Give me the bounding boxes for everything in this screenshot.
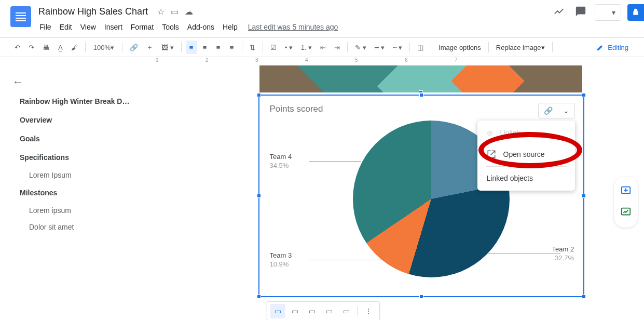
redo-button[interactable]: ↷ xyxy=(25,41,37,54)
chart-options-chevron-icon[interactable]: ⌄ xyxy=(558,103,574,118)
menu-help[interactable]: Help xyxy=(218,21,242,33)
behind-text-button[interactable]: ▭ xyxy=(322,304,337,318)
decrease-indent-button[interactable]: ⇤ xyxy=(317,41,329,54)
chart-link-icon[interactable]: 🔗 xyxy=(539,103,558,118)
outline-item[interactable]: Specifications xyxy=(8,148,154,167)
chart-title: Points scored xyxy=(270,104,578,114)
break-text-button[interactable]: ▭ xyxy=(305,304,320,318)
menu-insert[interactable]: Insert xyxy=(100,21,127,33)
dropdown-open-source[interactable]: Open source xyxy=(477,143,575,165)
undo-button[interactable]: ↶ xyxy=(11,41,23,54)
dropdown-unlink[interactable]: ⊘Unlink xyxy=(477,123,575,143)
side-tools xyxy=(614,177,638,228)
align-left-button[interactable]: ≡ xyxy=(186,41,197,54)
chart-link-controls: 🔗 ⌄ xyxy=(538,103,575,118)
dropdown-linked-objects[interactable]: Linked objects xyxy=(477,168,575,189)
image-options-button[interactable]: Image options xyxy=(435,41,484,54)
outline-item[interactable]: Rainbow High Winter Break D… xyxy=(8,92,154,111)
chart-object[interactable]: Points scored Team 4 34.5% Team 3 10.9% xyxy=(258,95,584,297)
add-comment-button[interactable]: ＋ xyxy=(143,41,156,54)
suggest-edits-side-button[interactable] xyxy=(616,202,636,223)
editing-mode-button[interactable]: Editing xyxy=(591,41,634,54)
image-placement-toolbar: ▭ ▭ ▭ ▭ ▭ ⋮ xyxy=(267,301,380,320)
present-button[interactable]: ▾ xyxy=(595,4,621,21)
menu-addons[interactable]: Add-ons xyxy=(183,21,218,33)
print-button[interactable]: 🖶 xyxy=(39,41,52,54)
line-spacing-button[interactable]: ⇅ xyxy=(246,41,258,54)
outline-back-button[interactable]: ← xyxy=(8,72,154,92)
ruler-mark: 6 xyxy=(405,57,408,63)
pie-label-team2: Team 2 32.7% xyxy=(552,245,574,263)
replace-image-button[interactable]: Replace image▾ xyxy=(493,41,548,54)
doc-title[interactable]: Rainbow High Sales Chart xyxy=(35,5,151,18)
pie-label-team3: Team 3 10.9% xyxy=(270,251,292,269)
insert-image-button[interactable]: 🖼 ▾ xyxy=(158,41,177,54)
checklist-button[interactable]: ☑ xyxy=(267,41,280,54)
link-button[interactable]: 🔗 xyxy=(127,41,141,54)
wrap-inline-button[interactable]: ▭ xyxy=(270,304,285,318)
svg-rect-1 xyxy=(622,208,631,215)
horizontal-ruler[interactable]: 1234567 xyxy=(156,57,644,64)
menu-view[interactable]: View xyxy=(76,21,100,33)
star-icon[interactable]: ☆ xyxy=(157,7,165,17)
document-canvas[interactable]: Points scored Team 4 34.5% Team 3 10.9% xyxy=(155,65,644,320)
align-right-button[interactable]: ≡ xyxy=(213,41,224,54)
paint-format-button[interactable]: 🖌 xyxy=(68,41,81,54)
ruler-mark: 4 xyxy=(305,57,308,63)
align-center-button[interactable]: ≡ xyxy=(199,41,211,54)
comments-icon[interactable] xyxy=(575,6,586,20)
pie-label-team4: Team 4 34.5% xyxy=(270,153,292,170)
outline-panel: ← Rainbow High Winter Break D…OverviewGo… xyxy=(0,65,155,320)
in-front-button[interactable]: ▭ xyxy=(339,304,354,318)
border-dash-button[interactable]: ┄ ▾ xyxy=(390,41,406,54)
cloud-icon[interactable]: ☁ xyxy=(185,7,193,17)
activity-icon[interactable] xyxy=(553,6,565,20)
crop-button[interactable]: ◫ xyxy=(414,41,427,54)
outline-item[interactable]: Overview xyxy=(8,111,154,129)
move-icon[interactable]: ▭ xyxy=(171,7,179,17)
more-image-options-button[interactable]: ⋮ xyxy=(361,304,376,318)
last-edit-link[interactable]: Last edit was 5 minutes ago xyxy=(248,23,338,31)
menu-format[interactable]: Format xyxy=(127,21,158,33)
add-comment-side-button[interactable] xyxy=(616,181,636,202)
align-justify-button[interactable]: ≡ xyxy=(226,41,238,54)
menu-file[interactable]: File xyxy=(35,21,56,33)
ruler-mark: 7 xyxy=(455,57,458,63)
increase-indent-button[interactable]: ⇥ xyxy=(331,41,343,54)
menu-tools[interactable]: Tools xyxy=(158,21,183,33)
header-image[interactable] xyxy=(259,65,582,92)
bulleted-list-button[interactable]: • ▾ xyxy=(282,41,296,54)
share-button[interactable] xyxy=(627,4,644,21)
border-weight-button[interactable]: ━ ▾ xyxy=(372,41,388,54)
numbered-list-button[interactable]: 1. ▾ xyxy=(298,41,315,54)
border-color-button[interactable]: ✎ ▾ xyxy=(352,41,369,54)
outline-subitem[interactable]: Lorem ipsum xyxy=(8,202,154,219)
outline-item[interactable]: Milestones xyxy=(8,183,154,202)
ruler-mark: 5 xyxy=(355,57,358,63)
menu-edit[interactable]: Edit xyxy=(56,21,76,33)
docs-logo[interactable] xyxy=(10,6,31,27)
ruler-mark: 2 xyxy=(205,57,209,63)
ruler-mark: 3 xyxy=(255,57,258,63)
wrap-text-button[interactable]: ▭ xyxy=(287,304,303,318)
menu-bar: File Edit View Insert Format Tools Add-o… xyxy=(35,20,548,34)
ruler-mark: 1 xyxy=(156,57,159,63)
zoom-select[interactable]: 100% ▾ xyxy=(90,41,118,54)
toolbar: ↶ ↷ 🖶 A̲ 🖌 100% ▾ 🔗 ＋ 🖼 ▾ ≡ ≡ ≡ ≡ ⇅ ☑ • … xyxy=(0,37,644,57)
outline-subitem[interactable]: Lorem Ipsum xyxy=(8,167,154,183)
chart-options-dropdown: ⊘Unlink Open source Linked objects xyxy=(477,121,575,191)
outline-subitem[interactable]: Dolor sit amet xyxy=(8,219,154,235)
spellcheck-button[interactable]: A̲ xyxy=(54,41,66,54)
outline-item[interactable]: Goals xyxy=(8,129,154,148)
